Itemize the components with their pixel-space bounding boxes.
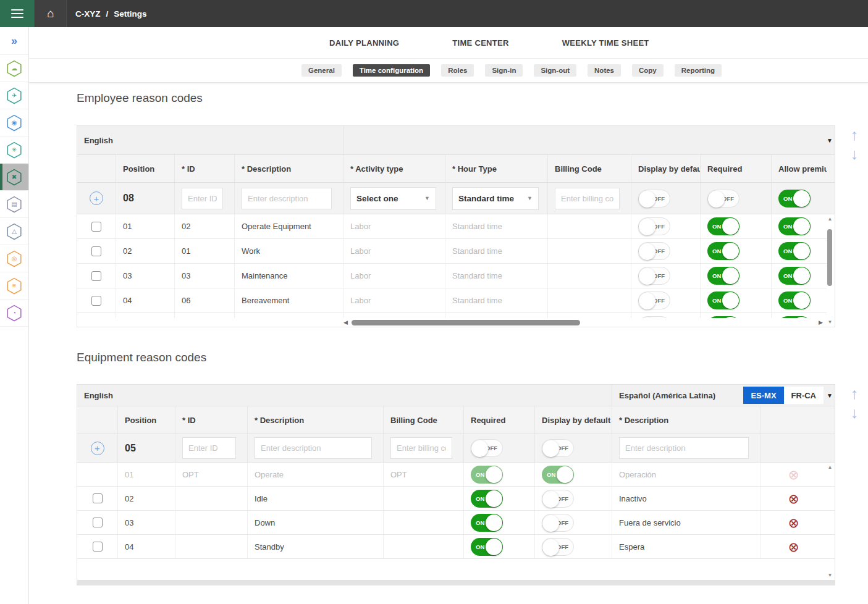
sidebar-item-schedule[interactable]: ✳ (0, 136, 28, 164)
billing-code-input[interactable] (390, 437, 452, 459)
equipment-horizontal-scrollbar-track[interactable] (77, 581, 835, 585)
employee-vertical-scrollbar[interactable]: ▲ ▼ (825, 214, 835, 327)
sidebar-item-reports[interactable]: ◔ (0, 300, 28, 327)
required-toggle[interactable]: ON (707, 242, 739, 260)
display-by-default-toggle[interactable]: OFF (638, 217, 670, 235)
col-id: * ID (175, 406, 248, 434)
display-by-default-toggle[interactable]: OFF (542, 538, 574, 556)
required-toggle[interactable]: ON (707, 267, 739, 285)
delete-icon[interactable]: ⊗ (788, 516, 799, 529)
billing-code-input[interactable] (555, 188, 620, 209)
display-by-default-toggle[interactable]: OFF (542, 439, 574, 457)
scroll-up-icon[interactable]: ▲ (828, 464, 833, 470)
es-description-input[interactable] (619, 437, 749, 459)
sidebar-item-target[interactable]: ◉ (0, 109, 28, 136)
id-input[interactable] (182, 188, 223, 209)
language-dropdown-icon[interactable]: ▼ (827, 137, 833, 144)
tab-general[interactable]: General (301, 64, 342, 77)
required-toggle[interactable]: ON (471, 538, 503, 556)
tab-reporting[interactable]: Reporting (675, 64, 722, 77)
allow-premium-toggle[interactable]: ON (778, 190, 811, 208)
table-row-disabled: 01 OPT Operate OPT ON ON Operación ⊗ (77, 463, 835, 487)
tab-roles[interactable]: Roles (441, 64, 474, 77)
sidebar-expand-button[interactable]: » (0, 27, 28, 55)
row-checkbox[interactable] (91, 271, 101, 281)
description-input[interactable] (242, 188, 332, 209)
move-down-icon[interactable]: ↓ (851, 146, 859, 162)
scroll-up-icon[interactable]: ▲ (828, 216, 833, 222)
description-cell: Operate Equipment (235, 214, 343, 238)
delete-icon[interactable]: ⊗ (788, 540, 799, 553)
equipment-vertical-scrollbar[interactable]: ▲ ▼ (825, 463, 835, 580)
sidebar-item-search[interactable]: ◎ (0, 245, 28, 272)
col-position: Position (116, 155, 175, 182)
breadcrumb-app[interactable]: C-XYZ (75, 9, 101, 19)
display-by-default-toggle[interactable]: OFF (638, 292, 670, 309)
scroll-down-icon[interactable]: ▼ (828, 573, 833, 578)
display-by-default-toggle[interactable]: OFF (542, 514, 574, 532)
row-checkbox[interactable] (91, 222, 101, 232)
allow-premium-toggle[interactable]: ON (778, 267, 811, 285)
display-by-default-toggle[interactable]: OFF (542, 490, 574, 508)
sidebar-item-documents[interactable]: ▤ (0, 191, 28, 218)
sidebar-item-tools-settings[interactable]: ✖ (0, 164, 28, 191)
col-hour-type: * Hour Type (445, 155, 548, 182)
id-input[interactable] (182, 437, 236, 459)
sidebar-item-analytics[interactable]: △ (0, 218, 28, 245)
move-up-icon[interactable]: ↑ (851, 386, 859, 401)
table-row: 04 06 Bereavement Labor Standard time OF… (77, 288, 827, 313)
required-toggle[interactable]: ON (471, 490, 503, 508)
row-checkbox[interactable] (91, 246, 101, 256)
allow-premium-toggle[interactable]: ON (778, 217, 811, 235)
display-by-default-toggle[interactable]: OFF (638, 190, 670, 208)
lang-tab-fr-ca[interactable]: FR-CA (784, 387, 824, 404)
row-checkbox[interactable] (91, 296, 101, 306)
scroll-down-icon[interactable]: ▼ (828, 319, 833, 325)
col-billing-code: Billing Code (548, 155, 631, 182)
description-cell: Standby (248, 535, 384, 558)
lang-tab-es-mx[interactable]: ES-MX (743, 387, 783, 404)
scrollbar-thumb[interactable] (827, 229, 832, 286)
nav-time-center[interactable]: TIME CENTER (452, 38, 508, 48)
language-dropdown-icon[interactable]: ▼ (827, 392, 833, 399)
add-row-button[interactable]: + (91, 442, 104, 455)
required-toggle[interactable]: ON (707, 217, 739, 235)
allow-premium-toggle[interactable]: ON (778, 242, 811, 260)
nav-weekly-time-sheet[interactable]: WEEKLY TIME SHEET (562, 38, 649, 48)
scroll-right-icon[interactable]: ▶ (819, 319, 823, 325)
tab-sign-in[interactable]: Sign-in (485, 64, 523, 77)
id-cell: OPT (175, 463, 248, 486)
display-by-default-toggle[interactable]: OFF (638, 267, 670, 285)
move-up-icon[interactable]: ↑ (851, 127, 859, 143)
sidebar-item-forms[interactable]: ≡ (0, 272, 28, 300)
display-by-default-toggle[interactable]: OFF (638, 242, 670, 260)
required-toggle[interactable]: OFF (471, 439, 503, 457)
es-description-cell: Inactivo (612, 487, 761, 510)
breadcrumb: C-XYZ / Settings (75, 9, 147, 19)
sidebar-item-cloud[interactable]: ☁ (0, 55, 28, 82)
scrollbar-thumb[interactable] (352, 320, 580, 325)
delete-icon[interactable]: ⊗ (788, 492, 799, 505)
required-toggle[interactable]: ON (471, 514, 503, 532)
required-toggle[interactable]: OFF (707, 190, 739, 208)
required-toggle[interactable]: ON (707, 292, 739, 309)
tab-sign-out[interactable]: Sign-out (534, 64, 576, 77)
home-button[interactable]: ⌂ (35, 0, 67, 27)
scroll-left-icon[interactable]: ◀ (343, 319, 348, 325)
tab-copy[interactable]: Copy (632, 64, 664, 77)
nav-daily-planning[interactable]: DAILY PLANNING (329, 38, 399, 48)
hamburger-menu-button[interactable] (0, 0, 35, 27)
tab-time-configuration[interactable]: Time configuration (353, 64, 430, 77)
hour-type-select[interactable]: Standard time▼ (452, 187, 539, 210)
move-down-icon[interactable]: ↓ (851, 405, 859, 421)
description-input[interactable] (255, 437, 372, 459)
tab-notes[interactable]: Notes (588, 64, 621, 77)
row-checkbox[interactable] (93, 493, 103, 503)
row-checkbox[interactable] (93, 542, 103, 552)
allow-premium-toggle[interactable]: ON (778, 292, 811, 309)
employee-horizontal-scrollbar[interactable]: ◀ ▶ (78, 318, 825, 327)
sidebar-item-plane[interactable]: ✈ (0, 82, 28, 109)
activity-type-select[interactable]: Select one▼ (350, 187, 436, 210)
add-row-button[interactable]: + (90, 191, 103, 205)
row-checkbox[interactable] (93, 518, 103, 527)
